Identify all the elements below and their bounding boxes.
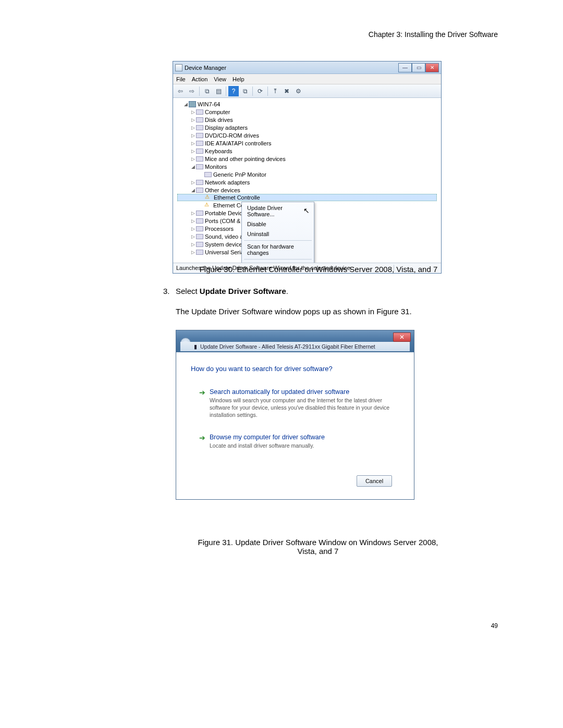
tree-ethernet-a[interactable]: Ethernet Controlle <box>177 194 437 201</box>
tree-disk-drives[interactable]: ▷Disk drives <box>177 116 437 124</box>
device-tree: ◢WIN7-64 ▷Computer ▷Disk drives ▷Display… <box>173 98 441 263</box>
menu-action[interactable]: Action <box>192 76 208 82</box>
properties-icon[interactable]: ⚙ <box>293 86 303 96</box>
chapter-header: Chapter 3: Installing the Driver Softwar… <box>369 30 498 39</box>
update-driver-icon: ▮ <box>194 343 197 350</box>
maximize-button[interactable]: ▭ <box>412 63 425 72</box>
close-button[interactable]: ✕ <box>425 63 439 72</box>
menu-help[interactable]: Help <box>232 76 244 82</box>
ctx-disable[interactable]: Disable <box>242 219 314 229</box>
tree-mice[interactable]: ▷Mice and other pointing devices <box>177 155 437 163</box>
show-icon[interactable]: ⧉ <box>202 86 212 96</box>
update-driver-heading: How do you want to search for driver sof… <box>191 365 399 373</box>
tree-ide[interactable]: ▷IDE ATA/ATAPI controllers <box>177 139 437 147</box>
help-icon[interactable]: ? <box>228 86 239 96</box>
figure-31-caption: Figure 31. Update Driver Software Window… <box>172 538 464 556</box>
context-menu: Update Driver Software... Disable Uninst… <box>241 202 314 263</box>
device-manager-menubar: File Action View Help <box>173 74 441 84</box>
option-search-automatically[interactable]: ➔ Search automatically for updated drive… <box>191 388 399 419</box>
ctx-update-driver[interactable]: Update Driver Software... <box>242 203 314 219</box>
device-manager-window: Device Manager — ▭ ✕ File Action View He… <box>173 61 442 274</box>
back-icon[interactable]: ⇦ <box>175 86 186 96</box>
update-driver-breadcrumb: ▮ Update Driver Software - Allied Telesi… <box>180 342 410 351</box>
figure-30-caption: Figure 30. Ethernet Controller on Window… <box>173 265 464 274</box>
arrow-icon: ➔ <box>199 434 205 449</box>
tree-monitors[interactable]: ◢Monitors <box>177 163 437 170</box>
uninstall-icon[interactable]: ✖ <box>282 86 292 96</box>
tree-generic-pnp[interactable]: Generic PnP Monitor <box>177 170 437 178</box>
option-1-title: Search automatically for updated driver … <box>210 388 392 396</box>
step-number: 3. <box>163 287 170 295</box>
update-icon[interactable]: ⤒ <box>270 86 280 96</box>
minimize-button[interactable]: — <box>398 63 412 72</box>
page-number: 49 <box>491 622 498 630</box>
update-driver-titlebar: ✕ ← ▮ Update Driver Software - Allied Te… <box>176 330 414 352</box>
device-manager-icon <box>175 64 182 71</box>
tree-other-devices[interactable]: ◢Other devices <box>177 186 437 194</box>
step-followup: The Update Driver Software window pops u… <box>176 307 412 316</box>
tree-computer[interactable]: ▷Computer <box>177 108 437 116</box>
tree-dvd[interactable]: ▷DVD/CD-ROM drives <box>177 131 437 139</box>
tree-keyboards[interactable]: ▷Keyboards <box>177 147 437 155</box>
list-icon[interactable]: ▤ <box>213 86 224 96</box>
tree-network-adapters[interactable]: ▷Network adapters <box>177 178 437 186</box>
update-driver-title: Update Driver Software - Allied Telesis … <box>200 343 375 350</box>
option-2-desc: Locate and install driver software manua… <box>210 442 325 449</box>
ctx-uninstall[interactable]: Uninstall <box>242 229 314 239</box>
option-browse-computer[interactable]: ➔ Browse my computer for driver software… <box>191 434 399 449</box>
device-manager-titlebar: Device Manager — ▭ ✕ <box>173 61 441 74</box>
update-driver-body: How do you want to search for driver sof… <box>176 352 414 499</box>
arrow-icon: ➔ <box>199 388 205 419</box>
ctx-scan[interactable]: Scan for hardware changes <box>242 242 314 258</box>
step-3: 3. Select Update Driver Software. <box>163 287 288 295</box>
step-text: Select Update Driver Software. <box>176 287 288 295</box>
device-manager-toolbar: ⇦ ⇨ ⧉ ▤ ? ⧉ ⟳ ⤒ ✖ ⚙ <box>173 84 441 98</box>
menu-view[interactable]: View <box>214 76 226 82</box>
refresh-icon[interactable]: ⟳ <box>255 86 265 96</box>
device-manager-title: Device Manager <box>185 65 226 71</box>
tree-display-adapters[interactable]: ▷Display adapters <box>177 124 437 131</box>
close-button[interactable]: ✕ <box>393 332 411 342</box>
tree-root[interactable]: ◢WIN7-64 <box>177 100 437 108</box>
cancel-button[interactable]: Cancel <box>357 475 392 487</box>
ctx-properties[interactable]: Properties <box>242 261 314 263</box>
option-2-title: Browse my computer for driver software <box>210 434 325 441</box>
update-driver-window: ✕ ← ▮ Update Driver Software - Allied Te… <box>176 330 414 500</box>
forward-icon[interactable]: ⇨ <box>187 86 197 96</box>
menu-file[interactable]: File <box>176 76 186 82</box>
option-1-desc: Windows will search your computer and th… <box>210 397 392 419</box>
scan-icon[interactable]: ⧉ <box>240 86 250 96</box>
